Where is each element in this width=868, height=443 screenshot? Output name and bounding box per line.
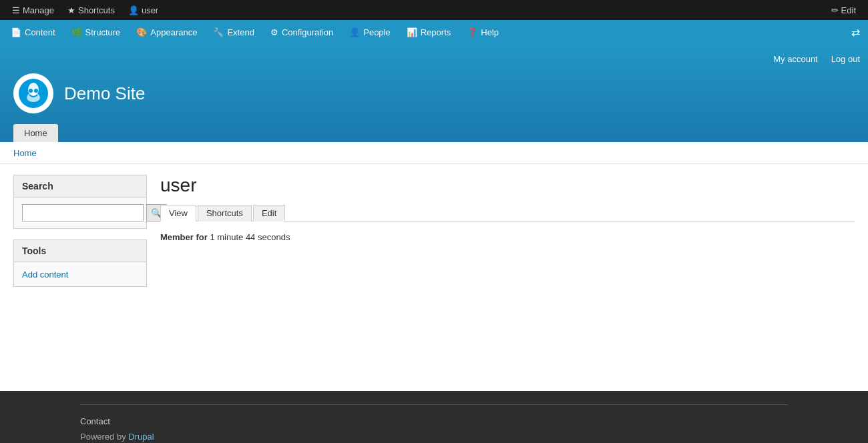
help-icon: ❓ [467,27,477,37]
edit-pencil-icon: ✏ [831,5,839,15]
toolbar-shortcuts[interactable]: ★ Shortcuts [61,0,122,20]
edit-label: Edit [841,5,856,15]
header-links: My account Log out [763,53,860,64]
member-for-label: Member for [160,232,208,242]
nav-item-reports[interactable]: 📊 Reports [399,20,459,44]
footer: Contact Powered by Drupal [0,391,868,443]
search-block-title: Search [14,175,146,197]
nav-menu: 📄 Content 🌿 Structure 🎨 Appearance 🔧 Ext… [0,20,868,44]
people-icon: 👤 [349,27,360,37]
contact-link[interactable]: Contact [80,416,110,426]
nav-item-help[interactable]: ❓ Help [459,20,507,44]
main-wrapper: Search 🔍 Tools Add content user View [0,164,868,364]
member-duration: 1 minute 44 seconds [210,232,290,242]
admin-toolbar: ☰ Manage ★ Shortcuts 👤 user ✏ Edit [0,0,868,20]
nav-item-content[interactable]: 📄 Content [3,20,63,44]
drupal-logo-svg [17,77,49,109]
content-icon: 📄 [11,27,21,37]
tab-view[interactable]: View [160,205,196,222]
toolbar-manage[interactable]: ☰ Manage [5,0,61,20]
header-top: My account Log out [0,51,868,67]
nav-item-people[interactable]: 👤 People [341,20,398,44]
svg-point-4 [34,89,38,93]
structure-icon: 🌿 [71,27,82,37]
tools-block-title: Tools [14,240,146,262]
footer-inner: Contact Powered by Drupal [80,404,788,442]
tab-shortcuts[interactable]: Shortcuts [198,205,252,222]
local-tabs: View Shortcuts Edit [160,204,855,222]
log-out-link[interactable]: Log out [831,54,860,64]
tab-edit[interactable]: Edit [253,205,285,222]
sidebar: Search 🔍 Tools Add content [13,175,147,354]
shortcuts-label: Shortcuts [78,5,115,15]
nav-right: ⇄ [846,26,865,39]
footer-powered: Powered by Drupal [80,432,788,442]
extend-icon: 🔧 [213,27,224,37]
content: user View Shortcuts Edit Member for 1 mi… [160,175,855,354]
member-info: Member for 1 minute 44 seconds [160,232,855,242]
nav-item-extend[interactable]: 🔧 Extend [205,20,262,44]
tools-block: Tools Add content [13,240,147,287]
powered-by-text: Powered by [80,432,126,442]
search-input[interactable] [22,204,144,222]
drupal-link[interactable]: Drupal [128,432,154,442]
site-branding: Demo Site [0,67,868,124]
user-icon: 👤 [128,5,139,15]
add-content-link[interactable]: Add content [22,270,68,280]
page-title: user [160,175,855,196]
toolbar-right: ✏ Edit [825,5,863,15]
toolbar-edit-button[interactable]: ✏ Edit [825,5,863,15]
nav-item-structure[interactable]: 🌿 Structure [63,20,129,44]
tools-block-content: Add content [14,262,146,286]
toolbar-user[interactable]: 👤 user [122,0,165,20]
site-logo[interactable] [13,73,53,113]
search-form: 🔍 [22,204,138,222]
star-icon: ★ [67,5,75,15]
manage-label: Manage [23,5,54,15]
search-block-content: 🔍 [14,197,146,228]
my-account-link[interactable]: My account [773,54,817,64]
search-block: Search 🔍 [13,175,147,229]
reports-icon: 📊 [407,27,417,37]
site-header: My account Log out Demo Site Home [0,44,868,142]
svg-point-3 [29,89,33,93]
configuration-icon: ⚙ [270,27,278,37]
nav-item-configuration[interactable]: ⚙ Configuration [262,20,341,44]
primary-nav: Home [0,124,868,142]
footer-divider [80,404,788,405]
nav-item-appearance[interactable]: 🎨 Appearance [128,20,205,44]
user-label: user [142,5,158,15]
appearance-icon: 🎨 [136,27,147,37]
footer-contact: Contact [80,416,788,426]
primary-nav-home[interactable]: Home [13,124,58,142]
site-name[interactable]: Demo Site [64,83,145,104]
breadcrumb: Home [0,142,868,164]
nav-toggle-icon[interactable]: ⇄ [851,26,860,39]
breadcrumb-home[interactable]: Home [13,148,37,158]
manage-icon: ☰ [12,5,20,15]
